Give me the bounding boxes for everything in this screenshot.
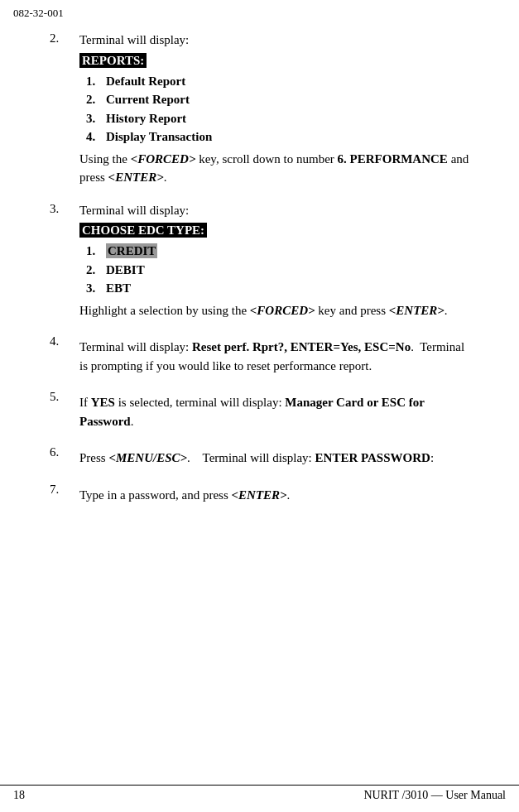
step-2-number: 2. — [50, 31, 79, 46]
step-5: 5. If YES is selected, terminal will dis… — [50, 390, 469, 430]
step-6: 6. Press <MENU/ESC>. Terminal will displ… — [50, 445, 469, 468]
forced-key-1: <FORCED> — [131, 152, 196, 166]
step-3-menu: 1.CREDIT 2.DEBIT 3.EBT — [86, 242, 469, 298]
step-4-number: 4. — [50, 334, 79, 348]
step-5-content: If YES is selected, terminal will displa… — [79, 390, 469, 430]
step-6-content: Press <MENU/ESC>. Terminal will display:… — [79, 445, 469, 468]
step-2-terminal-header: REPORTS: — [79, 52, 469, 70]
menu-item-2-label: Current Report — [106, 93, 190, 106]
edc-header: CHOOSE EDC TYPE: — [79, 223, 207, 238]
yes-label: YES — [91, 396, 118, 409]
step-3-number: 3. — [50, 202, 79, 216]
edc-item-1: 1.CREDIT — [86, 242, 469, 261]
forced-key-2: <FORCED> — [250, 304, 315, 317]
step-7: 7. Type in a password, and press <ENTER>… — [50, 483, 469, 505]
step-7-body: Type in a password, and press <ENTER>. — [79, 486, 469, 505]
step-4: 4. Terminal will display: Reset perf. Rp… — [50, 334, 469, 375]
menu-item-4: 4.Display Transaction — [86, 127, 469, 147]
page-footer: 18 NURIT /3010 — User Manual — [0, 785, 519, 802]
page-header: 082-32-001 — [0, 0, 519, 23]
step-2-menu: 1.Default Report 2.Current Report 3.Hist… — [86, 72, 469, 147]
step-6-body: Press <MENU/ESC>. Terminal will display:… — [79, 449, 469, 468]
step-2: 2. Terminal will display: REPORTS: 1.Def… — [50, 31, 469, 187]
reset-perf-text: Reset perf. Rprt?, ENTER=Yes, ESC=No — [192, 340, 411, 353]
step-3-terminal-label: Terminal will display: — [79, 202, 469, 220]
number-6: 6. PERFORMANCE — [338, 152, 448, 166]
step-6-number: 6. — [50, 445, 79, 459]
step-3: 3. Terminal will display: CHOOSE EDC TYP… — [50, 202, 469, 320]
step-2-terminal-label: Terminal will display: — [79, 31, 469, 50]
step-4-body: Terminal will display: Reset perf. Rprt?… — [79, 338, 469, 375]
step-3-content: Terminal will display: CHOOSE EDC TYPE: … — [79, 202, 469, 320]
step-7-number: 7. — [50, 483, 79, 497]
menu-item-1-label: Default Report — [106, 74, 185, 88]
step-3-body: Highlight a selection by using the <FORC… — [79, 301, 469, 320]
step-4-content: Terminal will display: Reset perf. Rprt?… — [79, 334, 469, 375]
menu-item-3: 3.History Report — [86, 109, 469, 128]
menu-esc-key: <MENU/ESC> — [108, 451, 187, 464]
step-2-content: Terminal will display: REPORTS: 1.Defaul… — [79, 31, 469, 187]
footer-manual-title: NURIT /3010 — User Manual — [363, 786, 506, 802]
debit-label: DEBIT — [106, 263, 145, 276]
step-3-terminal-header: CHOOSE EDC TYPE: — [79, 222, 469, 240]
main-content: 2. Terminal will display: REPORTS: 1.Def… — [0, 23, 519, 569]
menu-item-1: 1.Default Report — [86, 72, 469, 91]
menu-item-2: 2.Current Report — [86, 90, 469, 109]
enter-key-2: <ENTER> — [389, 304, 445, 317]
page-container: 082-32-001 2. Terminal will display: REP… — [0, 0, 519, 812]
enter-key-1: <ENTER> — [108, 171, 164, 184]
enter-password-text: ENTER PASSWORD — [315, 451, 430, 464]
menu-item-3-label: History Report — [106, 112, 186, 125]
step-7-content: Type in a password, and press <ENTER>. — [79, 483, 469, 505]
step-2-body: Using the <FORCED> key, scroll down to n… — [79, 150, 469, 187]
doc-number: 082-32-001 — [13, 7, 64, 19]
reports-header: REPORTS: — [79, 53, 147, 68]
edc-item-3: 3.EBT — [86, 279, 469, 298]
step-5-number: 5. — [50, 390, 79, 404]
enter-key-3: <ENTER> — [232, 488, 287, 502]
menu-item-4-label: Display Transaction — [106, 130, 212, 143]
edc-item-2: 2.DEBIT — [86, 261, 469, 280]
step-5-body: If YES is selected, terminal will displa… — [79, 393, 469, 430]
credit-label: CREDIT — [106, 243, 157, 258]
footer-page-number: 18 — [13, 786, 25, 802]
manager-card-text: Manager Card or ESC for Password — [79, 396, 425, 428]
ebt-label: EBT — [106, 281, 131, 295]
